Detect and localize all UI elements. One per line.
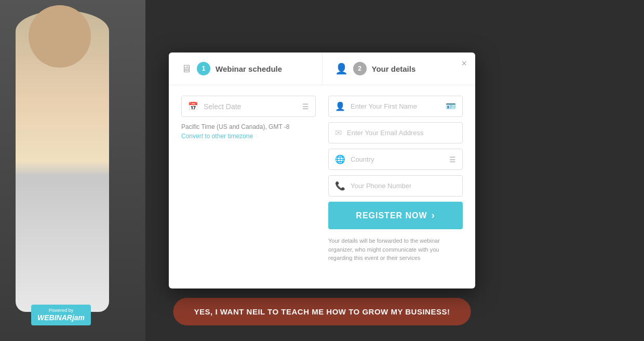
register-button[interactable]: REGISTER NOW › <box>328 202 463 229</box>
powered-label: Powered by <box>37 308 85 313</box>
date-select-field[interactable]: 📅 Select Date ☰ <box>181 96 316 117</box>
tab-your-details[interactable]: 👤 2 Your details <box>322 53 476 85</box>
modal-header: 🖥 1 Webinar schedule 👤 2 Your details <box>169 53 475 85</box>
timezone-info: Pacific Time (US and Canada), GMT -8 <box>181 123 316 130</box>
country-placeholder-text: Country <box>351 155 444 163</box>
id-card-icon: 🪪 <box>446 101 456 111</box>
date-placeholder-text: Select Date <box>204 102 297 111</box>
country-field[interactable]: 🌐 Country ☰ <box>328 149 463 170</box>
disclaimer-text: Your details will be forwarded to the we… <box>328 237 463 263</box>
calendar-icon: 📅 <box>188 101 198 111</box>
modal-backdrop: × 🖥 1 Webinar schedule 👤 2 Your details … <box>0 0 644 341</box>
timezone-link[interactable]: Convert to other timezone <box>181 133 316 140</box>
tab-webinar-schedule[interactable]: 🖥 1 Webinar schedule <box>169 53 322 85</box>
monitor-icon: 🖥 <box>181 63 192 75</box>
envelope-icon: ✉ <box>335 128 342 138</box>
tab2-badge: 2 <box>353 62 367 75</box>
tab1-title: Webinar schedule <box>216 64 282 73</box>
person-icon: 👤 <box>335 62 348 75</box>
email-field[interactable]: ✉ <box>328 122 463 143</box>
email-input[interactable] <box>347 129 456 137</box>
user-icon: 👤 <box>335 101 345 111</box>
schedule-section: 📅 Select Date ☰ Pacific Time (US and Can… <box>181 96 316 263</box>
arrow-icon: › <box>432 210 435 221</box>
powered-by: Powered by WEBINARjam <box>31 305 91 325</box>
brand-name: WEBINARjam <box>37 313 85 322</box>
phone-input[interactable] <box>351 182 456 190</box>
first-name-field[interactable]: 👤 🪪 <box>328 96 463 117</box>
menu-icon: ☰ <box>302 102 309 111</box>
country-menu-icon: ☰ <box>449 155 456 164</box>
globe-icon: 🌐 <box>335 154 345 164</box>
powered-by-box: Powered by WEBINARjam <box>31 305 91 325</box>
close-button[interactable]: × <box>461 59 467 68</box>
tab2-title: Your details <box>372 64 416 73</box>
phone-field[interactable]: 📞 <box>328 175 463 196</box>
first-name-input[interactable] <box>351 102 440 110</box>
tab1-badge: 1 <box>197 62 210 75</box>
phone-icon: 📞 <box>335 181 345 191</box>
modal-body: 📅 Select Date ☰ Pacific Time (US and Can… <box>169 85 475 273</box>
form-section: 👤 🪪 ✉ 🌐 Country ☰ 📞 <box>328 96 463 263</box>
register-label: REGISTER NOW <box>356 211 427 220</box>
modal: × 🖥 1 Webinar schedule 👤 2 Your details … <box>169 53 475 288</box>
